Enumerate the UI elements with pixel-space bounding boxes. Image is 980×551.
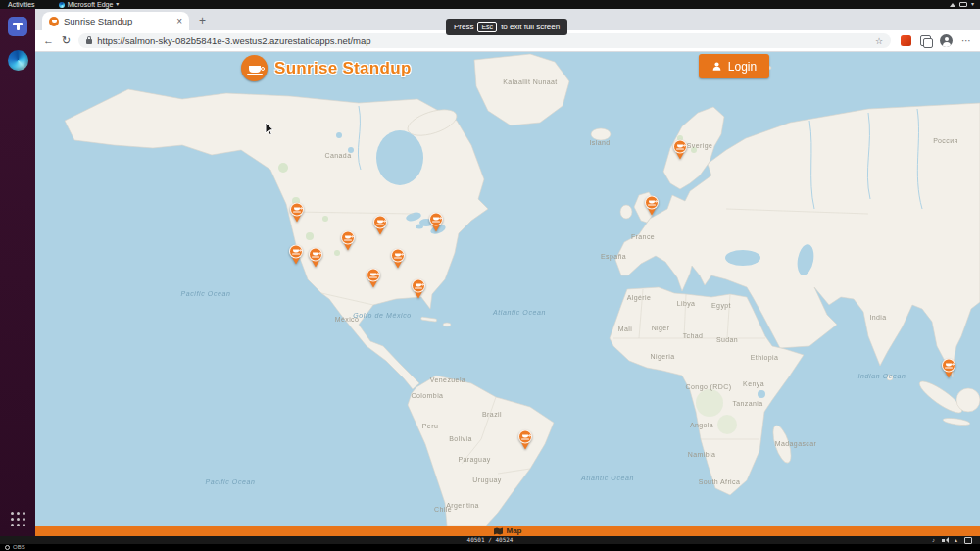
map-pin[interactable]	[308, 247, 323, 268]
coffee-cup-icon	[942, 358, 956, 372]
coffee-cup-icon	[290, 202, 304, 216]
pin-tail	[432, 225, 440, 235]
map-pin[interactable]	[411, 278, 426, 299]
pin-tail	[376, 227, 384, 238]
pin-tail	[344, 243, 352, 254]
chevron-down-icon: ▾	[116, 0, 119, 9]
tab-close-icon[interactable]: ×	[176, 17, 182, 26]
map-pin[interactable]	[340, 230, 356, 251]
pin-tail	[293, 215, 301, 225]
map-country-label: Россия	[933, 137, 957, 144]
map-country-label: Niger	[652, 325, 670, 331]
tab-title: Sunrise Standup	[64, 16, 172, 26]
map-water-label: Indian Ocean	[858, 373, 906, 379]
recorder-icons: ♪ ▴	[932, 536, 972, 544]
collections-icon[interactable]	[920, 35, 931, 46]
activities-button[interactable]: Activities	[8, 0, 35, 9]
recorder-control-bar: 40501 / 40524 ♪ ▴	[0, 536, 980, 544]
map-pin[interactable]	[672, 139, 688, 160]
map-tab-icon	[494, 527, 503, 535]
map-pin[interactable]	[289, 202, 305, 223]
map-country-label: Bolivia	[449, 435, 471, 442]
map-country-label: India	[869, 314, 886, 321]
focused-app-menu[interactable]: Microsoft Edge ▾	[59, 0, 120, 9]
map-country-label: Algérie	[627, 294, 652, 301]
pin-tail	[676, 152, 684, 163]
esc-key-chip: Esc	[477, 22, 497, 32]
profile-avatar[interactable]	[940, 34, 953, 47]
chevron-up-icon[interactable]: ▴	[955, 536, 957, 544]
bottom-taskbar: OBS	[0, 544, 980, 551]
map-country-label: Chile	[434, 506, 452, 513]
edge-mini-icon	[59, 2, 65, 8]
map-country-label: Egypt	[711, 302, 731, 309]
fullscreen-icon[interactable]	[964, 537, 972, 544]
back-button[interactable]: ←	[43, 35, 54, 46]
map-country-label: Nigeria	[651, 353, 675, 360]
speaker-icon[interactable]	[942, 539, 945, 542]
show-applications-button[interactable]	[11, 512, 25, 526]
coffee-cup-icon	[645, 195, 659, 209]
toast-text-post: to exit full screen	[501, 23, 560, 31]
coffee-cup-icon	[518, 429, 532, 443]
brand-title: Sunrise Standup	[274, 59, 412, 78]
map-water-label: Pacific Ocean	[206, 478, 256, 485]
browser-window: Sunrise Standup × + ← ↻ https://salmon-s…	[35, 9, 980, 536]
dock-icon-edge[interactable]	[7, 49, 28, 71]
reload-button[interactable]: ↻	[62, 35, 71, 46]
pin-tail	[945, 371, 953, 381]
map-tab[interactable]: Map	[507, 526, 522, 536]
note-icon[interactable]: ♪	[932, 536, 935, 544]
map-country-label: Madagascar	[775, 440, 817, 447]
app-logo[interactable]: Sunrise Standup	[241, 55, 412, 81]
ubuntu-dock	[0, 9, 35, 536]
map-country-label: Uruguay	[472, 476, 501, 483]
toolbar-icons: ⋯	[901, 34, 972, 47]
map-country-label: Kalaallit Nunaat	[503, 78, 557, 85]
map-country-label: Colombia	[412, 392, 444, 399]
map-pin[interactable]	[428, 212, 444, 232]
coffee-cup-icon	[373, 215, 387, 228]
dock-icon-teams[interactable]	[7, 16, 28, 37]
map-view: Pacific OceanPacific OceanAtlantic Ocean…	[35, 52, 980, 526]
map-country-label: France	[631, 233, 655, 240]
map-country-label: Ethiopia	[751, 354, 779, 361]
pin-tail	[292, 257, 300, 268]
person-icon	[711, 61, 722, 72]
extension-icon[interactable]	[901, 35, 911, 46]
favorites-star-icon[interactable]: ☆	[875, 36, 883, 46]
map-pin[interactable]	[372, 215, 388, 235]
map-country-label: Canada	[325, 152, 352, 159]
map-country-label: Brazil	[482, 411, 502, 418]
map-pin[interactable]	[390, 248, 406, 269]
pin-tail	[415, 291, 422, 302]
coffee-cup-icon	[289, 244, 303, 258]
map-water-label: Atlantic Ocean	[493, 309, 546, 316]
map-country-label: Peru	[422, 423, 438, 429]
browser-tab[interactable]: Sunrise Standup ×	[42, 12, 189, 30]
taskbar-app[interactable]: OBS	[5, 544, 25, 551]
address-bar[interactable]: https://salmon-sky-082b5841e-3.westus2.a…	[78, 33, 891, 48]
map-pin[interactable]	[366, 268, 381, 288]
map-country-label: México	[335, 316, 360, 323]
toast-text-pre: Press	[454, 23, 473, 31]
map-country-label: South Africa	[699, 478, 741, 485]
settings-menu-icon[interactable]: ⋯	[961, 35, 972, 46]
pin-tail	[394, 261, 402, 272]
chevron-down-icon: ▾	[971, 0, 974, 9]
login-button[interactable]: Login	[699, 54, 769, 78]
map-country-label: Island	[589, 139, 610, 146]
coffee-cup-icon	[367, 268, 380, 281]
map-pin[interactable]	[644, 195, 660, 216]
system-indicators[interactable]: ▾	[950, 0, 974, 9]
map-pin[interactable]	[288, 244, 304, 265]
taskbar-app-label: OBS	[13, 544, 25, 551]
coffee-cup-icon	[412, 278, 425, 292]
frame-counter: 40501 / 40524	[467, 536, 514, 544]
map-pin[interactable]	[941, 358, 956, 378]
map-pin[interactable]	[517, 429, 533, 450]
teams-icon	[8, 17, 27, 36]
new-tab-button[interactable]: +	[199, 12, 206, 30]
coffee-cup-icon	[341, 230, 355, 244]
login-label: Login	[728, 60, 757, 74]
